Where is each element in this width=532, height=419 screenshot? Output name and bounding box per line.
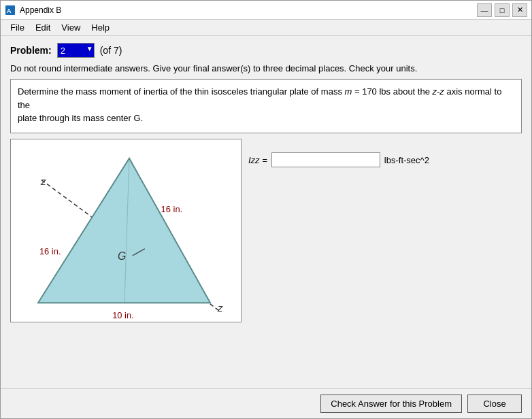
label-16in-left: 16 in. xyxy=(39,246,61,256)
menu-view[interactable]: View xyxy=(56,21,86,34)
title-bar-left: A Appendix B xyxy=(5,5,61,16)
menu-edit[interactable]: Edit xyxy=(30,21,56,34)
z-label-top: z xyxy=(40,176,46,187)
g-label: G xyxy=(118,250,126,262)
right-area: Izz = lbs-ft-sec^2 xyxy=(248,139,522,382)
maximize-button[interactable]: □ xyxy=(495,3,510,17)
izz-input[interactable] xyxy=(271,152,380,167)
z-label-bottom: z xyxy=(217,303,223,314)
minimize-button[interactable]: — xyxy=(477,3,492,17)
answer-unit: lbs-ft-sec^2 xyxy=(384,155,429,165)
title-bar: A Appendix B — □ ✕ xyxy=(1,1,531,20)
label-10in: 10 in. xyxy=(112,310,134,320)
label-16in-right: 16 in. xyxy=(161,204,183,214)
problem-box: Determine the mass moment of inertia of … xyxy=(10,79,522,133)
menu-help[interactable]: Help xyxy=(86,21,115,34)
figure-svg: z z G 16 in. 16 in. 10 in. xyxy=(11,139,241,322)
problem-select-wrapper[interactable]: 1 2 3 4 5 6 7 ▼ xyxy=(57,43,95,58)
problem-row: Problem: 1 2 3 4 5 6 7 ▼ (of 7) xyxy=(10,43,522,58)
triangle-shape xyxy=(38,158,210,303)
answer-row: Izz = lbs-ft-sec^2 xyxy=(248,152,522,167)
of-text: (of 7) xyxy=(100,45,122,56)
izz-label: Izz = xyxy=(248,155,267,165)
figure-box: z z G 16 in. 16 in. 10 in. xyxy=(10,139,242,322)
window-title: Appendix B xyxy=(20,5,61,15)
main-window: A Appendix B — □ ✕ File Edit View Help P… xyxy=(0,0,532,419)
title-controls: — □ ✕ xyxy=(477,3,527,17)
problem-text-line1: Determine the mass moment of inertia of … xyxy=(18,86,501,110)
app-icon: A xyxy=(5,5,16,16)
problem-text-line2: plate through its mass center G. xyxy=(18,113,143,123)
close-button[interactable]: Close xyxy=(467,395,522,413)
check-answer-button[interactable]: Check Answer for this Problem xyxy=(320,395,462,413)
problem-select[interactable]: 1 2 3 4 5 6 7 xyxy=(57,43,95,58)
main-content: Problem: 1 2 3 4 5 6 7 ▼ (of 7) Do not r… xyxy=(1,36,531,388)
instruction-text: Do not round intermediate answers. Give … xyxy=(10,63,522,73)
bottom-bar: Check Answer for this Problem Close xyxy=(1,388,531,418)
main-area: z z G 16 in. 16 in. 10 in. xyxy=(10,139,522,382)
menu-file[interactable]: File xyxy=(5,21,30,34)
problem-label: Problem: xyxy=(10,45,52,56)
window-close-button[interactable]: ✕ xyxy=(512,3,527,17)
menu-bar: File Edit View Help xyxy=(1,20,531,36)
svg-text:A: A xyxy=(7,7,12,14)
